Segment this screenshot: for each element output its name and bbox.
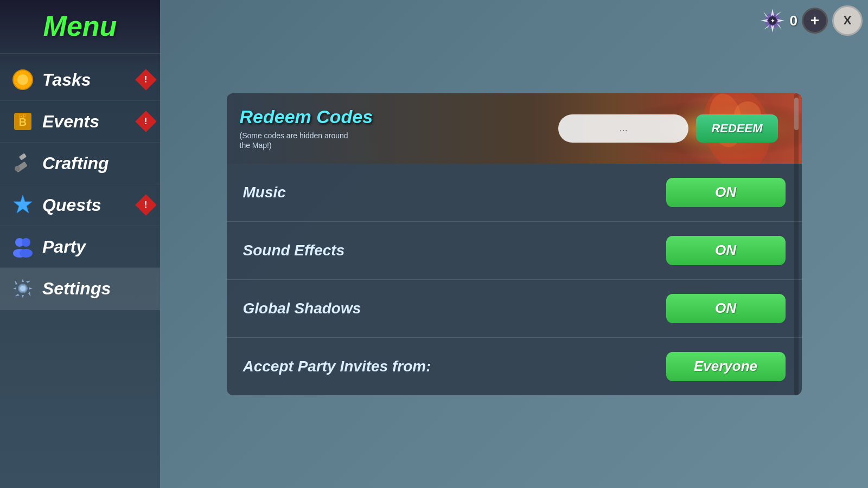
music-row: Music ON (227, 164, 802, 222)
sidebar-item-settings[interactable]: Settings (0, 268, 160, 310)
events-badge (135, 111, 157, 132)
redeem-input-area: REDEEM (558, 114, 777, 143)
settings-panel: Redeem Codes (Some codes are hidden arou… (227, 93, 802, 395)
tasks-badge (135, 69, 157, 91)
main-content: Redeem Codes (Some codes are hidden arou… (160, 0, 868, 488)
music-label: Music (243, 184, 286, 201)
sidebar-item-party[interactable]: Party (0, 226, 160, 268)
redeem-title: Redeem Codes (240, 106, 373, 127)
settings-label: Settings (42, 279, 111, 299)
sound-effects-toggle[interactable]: ON (666, 236, 786, 265)
global-shadows-toggle[interactable]: ON (666, 294, 786, 323)
quests-label: Quests (42, 195, 101, 215)
svg-rect-6 (19, 153, 27, 160)
settings-rows: Music ON Sound Effects ON Global Shadows… (227, 164, 802, 395)
party-invites-label: Accept Party Invites from: (243, 358, 431, 375)
global-shadows-label: Global Shadows (243, 300, 361, 317)
events-label: Events (42, 112, 99, 132)
quests-badge (135, 194, 157, 216)
svg-point-10 (22, 238, 30, 247)
events-icon: B RP (11, 110, 35, 133)
scrollbar-thumb[interactable] (794, 98, 799, 130)
redeem-subtitle: (Some codes are hidden around the Map!) (240, 131, 359, 150)
sidebar-item-events[interactable]: B RP Events (0, 101, 160, 143)
svg-marker-8 (14, 195, 32, 213)
quests-icon (11, 193, 35, 217)
svg-point-12 (20, 249, 33, 258)
music-toggle[interactable]: ON (666, 178, 786, 207)
svg-text:RP: RP (19, 113, 27, 119)
redeem-code-input[interactable] (558, 114, 688, 143)
redeem-button[interactable]: REDEEM (696, 114, 777, 143)
party-invites-row: Accept Party Invites from: Everyone (227, 338, 802, 395)
global-shadows-row: Global Shadows ON (227, 280, 802, 338)
redeem-header: Redeem Codes (Some codes are hidden arou… (227, 93, 802, 164)
scrollbar-track (794, 93, 799, 395)
menu-title: Menu (0, 0, 160, 54)
svg-point-1 (17, 74, 28, 85)
crafting-label: Crafting (42, 153, 109, 174)
sidebar-item-tasks[interactable]: Tasks (0, 59, 160, 101)
redeem-text-area: Redeem Codes (Some codes are hidden arou… (240, 106, 373, 150)
svg-point-7 (15, 166, 20, 171)
party-invites-toggle[interactable]: Everyone (666, 352, 786, 381)
svg-point-14 (20, 286, 25, 291)
party-label: Party (42, 237, 86, 257)
sidebar-item-crafting[interactable]: Crafting (0, 143, 160, 184)
crafting-icon (11, 151, 35, 175)
nav-menu: Tasks B RP Events (0, 54, 160, 488)
tasks-icon (11, 68, 35, 92)
settings-icon (11, 277, 35, 300)
sidebar-item-quests[interactable]: Quests (0, 184, 160, 226)
sound-effects-label: Sound Effects (243, 242, 345, 259)
sound-effects-row: Sound Effects ON (227, 222, 802, 280)
tasks-label: Tasks (42, 70, 91, 90)
sidebar: Menu Tasks B RP Events (0, 0, 160, 488)
party-icon (11, 235, 35, 259)
